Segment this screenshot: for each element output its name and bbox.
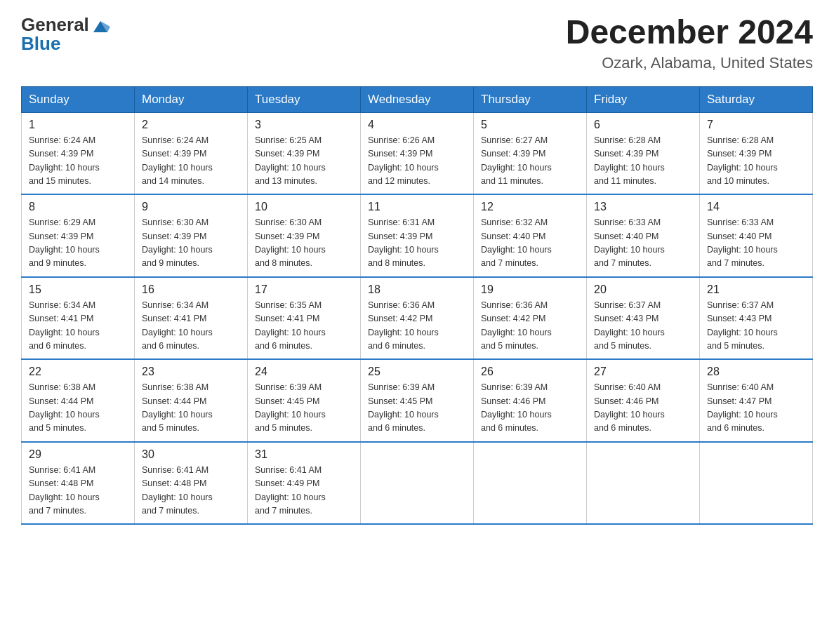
table-row: 28Sunrise: 6:40 AMSunset: 4:47 PMDayligh… xyxy=(700,359,813,442)
day-number: 12 xyxy=(481,201,579,213)
day-number: 3 xyxy=(255,119,353,131)
table-row: 27Sunrise: 6:40 AMSunset: 4:46 PMDayligh… xyxy=(587,359,700,442)
day-number: 1 xyxy=(29,119,127,131)
day-info: Sunrise: 6:30 AMSunset: 4:39 PMDaylight:… xyxy=(142,217,213,268)
table-row: 25Sunrise: 6:39 AMSunset: 4:45 PMDayligh… xyxy=(361,359,474,442)
day-number: 16 xyxy=(142,283,240,296)
table-row: 10Sunrise: 6:30 AMSunset: 4:39 PMDayligh… xyxy=(248,194,361,277)
day-info: Sunrise: 6:37 AMSunset: 4:43 PMDaylight:… xyxy=(707,300,778,351)
header-saturday: Saturday xyxy=(700,86,813,112)
table-row: 15Sunrise: 6:34 AMSunset: 4:41 PMDayligh… xyxy=(22,277,135,360)
day-info: Sunrise: 6:24 AMSunset: 4:39 PMDaylight:… xyxy=(29,135,100,186)
header-monday: Monday xyxy=(135,86,248,112)
day-info: Sunrise: 6:41 AMSunset: 4:48 PMDaylight:… xyxy=(142,465,213,516)
day-info: Sunrise: 6:26 AMSunset: 4:39 PMDaylight:… xyxy=(368,135,439,186)
calendar-header-row: Sunday Monday Tuesday Wednesday Thursday… xyxy=(22,86,813,112)
day-number: 31 xyxy=(255,448,353,461)
day-number: 11 xyxy=(368,201,466,213)
day-info: Sunrise: 6:28 AMSunset: 4:39 PMDaylight:… xyxy=(707,135,778,186)
day-info: Sunrise: 6:33 AMSunset: 4:40 PMDaylight:… xyxy=(594,217,665,268)
header-thursday: Thursday xyxy=(474,86,587,112)
day-info: Sunrise: 6:37 AMSunset: 4:43 PMDaylight:… xyxy=(594,300,665,351)
header-friday: Friday xyxy=(587,86,700,112)
calendar-table: Sunday Monday Tuesday Wednesday Thursday… xyxy=(21,86,813,525)
day-info: Sunrise: 6:28 AMSunset: 4:39 PMDaylight:… xyxy=(594,135,665,186)
calendar-week-row: 22Sunrise: 6:38 AMSunset: 4:44 PMDayligh… xyxy=(22,359,813,442)
logo-text-blue: Blue xyxy=(21,33,110,55)
table-row xyxy=(700,442,813,525)
day-info: Sunrise: 6:24 AMSunset: 4:39 PMDaylight:… xyxy=(142,135,213,186)
day-info: Sunrise: 6:38 AMSunset: 4:44 PMDaylight:… xyxy=(142,382,213,433)
day-number: 20 xyxy=(594,283,692,296)
table-row: 2Sunrise: 6:24 AMSunset: 4:39 PMDaylight… xyxy=(135,112,248,194)
day-number: 26 xyxy=(481,365,579,378)
table-row: 20Sunrise: 6:37 AMSunset: 4:43 PMDayligh… xyxy=(587,277,700,360)
day-info: Sunrise: 6:36 AMSunset: 4:42 PMDaylight:… xyxy=(368,300,439,351)
day-number: 27 xyxy=(594,365,692,378)
day-info: Sunrise: 6:39 AMSunset: 4:45 PMDaylight:… xyxy=(368,382,439,433)
table-row: 13Sunrise: 6:33 AMSunset: 4:40 PMDayligh… xyxy=(587,194,700,277)
day-info: Sunrise: 6:35 AMSunset: 4:41 PMDaylight:… xyxy=(255,300,326,351)
day-info: Sunrise: 6:34 AMSunset: 4:41 PMDaylight:… xyxy=(29,300,100,351)
table-row: 1Sunrise: 6:24 AMSunset: 4:39 PMDaylight… xyxy=(22,112,135,194)
table-row: 5Sunrise: 6:27 AMSunset: 4:39 PMDaylight… xyxy=(474,112,587,194)
logo-icon xyxy=(91,15,110,35)
day-info: Sunrise: 6:36 AMSunset: 4:42 PMDaylight:… xyxy=(481,300,552,351)
day-info: Sunrise: 6:27 AMSunset: 4:39 PMDaylight:… xyxy=(481,135,552,186)
day-number: 14 xyxy=(707,201,805,213)
calendar-week-row: 1Sunrise: 6:24 AMSunset: 4:39 PMDaylight… xyxy=(22,112,813,194)
header-wednesday: Wednesday xyxy=(361,86,474,112)
header-sunday: Sunday xyxy=(22,86,135,112)
table-row: 9Sunrise: 6:30 AMSunset: 4:39 PMDaylight… xyxy=(135,194,248,277)
table-row: 8Sunrise: 6:29 AMSunset: 4:39 PMDaylight… xyxy=(22,194,135,277)
day-info: Sunrise: 6:30 AMSunset: 4:39 PMDaylight:… xyxy=(255,217,326,268)
table-row: 4Sunrise: 6:26 AMSunset: 4:39 PMDaylight… xyxy=(361,112,474,194)
day-number: 6 xyxy=(594,119,692,131)
table-row: 12Sunrise: 6:32 AMSunset: 4:40 PMDayligh… xyxy=(474,194,587,277)
day-number: 2 xyxy=(142,119,240,131)
day-info: Sunrise: 6:29 AMSunset: 4:39 PMDaylight:… xyxy=(29,217,100,268)
table-row: 3Sunrise: 6:25 AMSunset: 4:39 PMDaylight… xyxy=(248,112,361,194)
day-number: 24 xyxy=(255,365,353,378)
day-info: Sunrise: 6:41 AMSunset: 4:48 PMDaylight:… xyxy=(29,465,100,516)
day-number: 4 xyxy=(368,119,466,131)
table-row: 30Sunrise: 6:41 AMSunset: 4:48 PMDayligh… xyxy=(135,442,248,525)
day-number: 7 xyxy=(707,119,805,131)
day-number: 18 xyxy=(368,283,466,296)
day-number: 23 xyxy=(142,365,240,378)
table-row: 31Sunrise: 6:41 AMSunset: 4:49 PMDayligh… xyxy=(248,442,361,525)
day-info: Sunrise: 6:32 AMSunset: 4:40 PMDaylight:… xyxy=(481,217,552,268)
page-header: General Blue December 2024 Ozark, Alabam… xyxy=(21,14,813,72)
day-info: Sunrise: 6:40 AMSunset: 4:47 PMDaylight:… xyxy=(707,382,778,433)
day-number: 17 xyxy=(255,283,353,296)
table-row xyxy=(361,442,474,525)
calendar-week-row: 15Sunrise: 6:34 AMSunset: 4:41 PMDayligh… xyxy=(22,277,813,360)
day-number: 29 xyxy=(29,448,127,461)
calendar-week-row: 8Sunrise: 6:29 AMSunset: 4:39 PMDaylight… xyxy=(22,194,813,277)
table-row: 23Sunrise: 6:38 AMSunset: 4:44 PMDayligh… xyxy=(135,359,248,442)
table-row: 26Sunrise: 6:39 AMSunset: 4:46 PMDayligh… xyxy=(474,359,587,442)
table-row: 21Sunrise: 6:37 AMSunset: 4:43 PMDayligh… xyxy=(700,277,813,360)
day-number: 21 xyxy=(707,283,805,296)
day-number: 8 xyxy=(29,201,127,213)
table-row: 18Sunrise: 6:36 AMSunset: 4:42 PMDayligh… xyxy=(361,277,474,360)
logo: General Blue xyxy=(21,14,110,55)
table-row: 14Sunrise: 6:33 AMSunset: 4:40 PMDayligh… xyxy=(700,194,813,277)
day-number: 30 xyxy=(142,448,240,461)
day-number: 28 xyxy=(707,365,805,378)
day-number: 15 xyxy=(29,283,127,296)
day-number: 13 xyxy=(594,201,692,213)
table-row: 22Sunrise: 6:38 AMSunset: 4:44 PMDayligh… xyxy=(22,359,135,442)
table-row: 16Sunrise: 6:34 AMSunset: 4:41 PMDayligh… xyxy=(135,277,248,360)
calendar-week-row: 29Sunrise: 6:41 AMSunset: 4:48 PMDayligh… xyxy=(22,442,813,525)
table-row: 11Sunrise: 6:31 AMSunset: 4:39 PMDayligh… xyxy=(361,194,474,277)
day-number: 22 xyxy=(29,365,127,378)
title-section: December 2024 Ozark, Alabama, United Sta… xyxy=(566,14,813,72)
day-info: Sunrise: 6:31 AMSunset: 4:39 PMDaylight:… xyxy=(368,217,439,268)
table-row xyxy=(474,442,587,525)
table-row: 24Sunrise: 6:39 AMSunset: 4:45 PMDayligh… xyxy=(248,359,361,442)
calendar-subtitle: Ozark, Alabama, United States xyxy=(566,54,813,72)
table-row xyxy=(587,442,700,525)
day-number: 5 xyxy=(481,119,579,131)
day-number: 19 xyxy=(481,283,579,296)
